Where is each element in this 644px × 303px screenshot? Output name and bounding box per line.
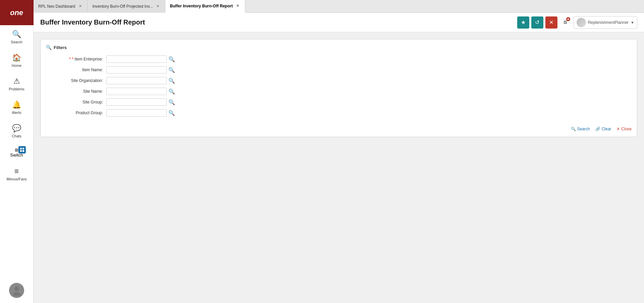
notification-dot	[566, 17, 570, 21]
logo-text: one	[10, 8, 23, 17]
site-group-search-btn[interactable]: 🔍	[168, 98, 175, 106]
product-group-search-btn[interactable]: 🔍	[168, 109, 175, 117]
clear-button[interactable]: 🔗 Clear	[595, 127, 611, 131]
filter-label-site-name: Site Name:	[46, 89, 106, 94]
user-name-label: ReplenishmentPlanner	[588, 20, 629, 25]
user-avatar[interactable]	[9, 283, 24, 298]
user-dropdown[interactable]: ReplenishmentPlanner ▼	[574, 16, 637, 29]
svg-rect-1	[22, 148, 24, 149]
site-name-search-btn[interactable]: 🔍	[168, 88, 175, 95]
sidebar-item-chats[interactable]: 💬 Chats	[0, 119, 33, 143]
close-page-button[interactable]: ✕	[545, 16, 557, 29]
filter-search-icon: 🔍	[46, 45, 52, 50]
sidebar: one 🔍 Search 🏠 Home ⚠ Problems 🔔 Alerts …	[0, 0, 34, 303]
svg-rect-0	[20, 148, 22, 149]
svg-point-5	[13, 292, 20, 296]
item-enterprise-search-btn[interactable]: 🔍	[168, 55, 175, 63]
menu-icon: ≡	[14, 167, 19, 176]
sidebar-item-search-label: Search	[11, 40, 22, 44]
star-icon: ★	[521, 19, 526, 26]
header-actions: ★ ↺ ✕ ≡ ReplenishmentPlanner ▼	[517, 16, 637, 29]
clear-link-label: Clear	[602, 127, 611, 131]
sidebar-item-home-label: Home	[12, 63, 21, 68]
tab-buffer-burnoff[interactable]: Buffer Inventory Burn-Off Report ✕	[165, 0, 245, 13]
sidebar-item-menusfavs[interactable]: ≡ Menus/Favs	[0, 162, 33, 186]
close-button[interactable]: ✕ Close	[616, 127, 632, 131]
filter-label-product-group: Product Group:	[46, 111, 106, 115]
filter-row-site-organization: Site Organization: 🔍	[46, 77, 632, 84]
tab-inventory-close[interactable]: ✕	[156, 4, 160, 9]
tab-buffer-close[interactable]: ✕	[235, 4, 240, 8]
star-notif-icon	[567, 18, 570, 20]
sidebar-item-switch[interactable]: ⊞ Switch	[0, 143, 33, 162]
filter-row-item-enterprise: * Item Enterprise: 🔍	[46, 55, 632, 63]
sidebar-item-search[interactable]: 🔍 Search	[0, 25, 33, 49]
favorite-button[interactable]: ★	[517, 16, 529, 29]
filter-row-site-group: Site Group: 🔍	[46, 98, 632, 106]
switch-badge	[18, 146, 26, 154]
filter-input-wrap-item-enterprise: 🔍	[106, 55, 175, 63]
item-enterprise-input[interactable]	[106, 55, 167, 63]
item-name-search-btn[interactable]: 🔍	[168, 66, 175, 74]
main-content: RPL Neo Dashboard ✕ Inventory Burn-Off P…	[34, 0, 644, 303]
filters-title: Filters	[54, 45, 67, 50]
sidebar-item-problems-label: Problems	[9, 87, 24, 91]
tab-rpl-label: RPL Neo Dashboard	[38, 4, 75, 9]
item-name-input[interactable]	[106, 66, 167, 74]
notifications-button[interactable]: ≡	[559, 16, 572, 29]
filters-footer: 🔍 Search 🔗 Clear ✕ Close	[46, 123, 632, 131]
filter-input-wrap-site-name: 🔍	[106, 88, 175, 95]
tab-rpl-neo-dashboard[interactable]: RPL Neo Dashboard ✕	[34, 0, 88, 13]
switch-icon: ⊞	[15, 147, 18, 153]
search-link-label: Search	[577, 127, 590, 131]
sidebar-item-chats-label: Chats	[12, 134, 21, 138]
product-group-input[interactable]	[106, 109, 167, 117]
refresh-button[interactable]: ↺	[531, 16, 543, 29]
app-logo[interactable]: one	[0, 0, 34, 25]
filter-input-wrap-item-name: 🔍	[106, 66, 175, 74]
tab-buffer-label: Buffer Inventory Burn-Off Report	[170, 4, 233, 8]
tab-inventory-label: Inventory Burn-Off Projected Inv...	[92, 4, 153, 9]
close-link-label: Close	[621, 127, 632, 131]
search-icon: 🔍	[12, 30, 21, 39]
filters-header: 🔍 Filters	[46, 45, 632, 50]
sidebar-item-menusfavs-label: Menus/Favs	[7, 177, 27, 181]
svg-point-4	[14, 287, 19, 291]
home-icon: 🏠	[12, 53, 21, 62]
filters-panel: 🔍 Filters * Item Enterprise: 🔍 Item Name…	[40, 39, 637, 137]
user-avatar-small	[577, 18, 586, 27]
close-link-icon: ✕	[616, 127, 620, 131]
filter-label-item-name: Item Name:	[46, 68, 106, 72]
chat-icon: 💬	[12, 124, 21, 133]
search-button[interactable]: 🔍 Search	[571, 127, 590, 131]
svg-rect-2	[20, 150, 22, 152]
site-group-input[interactable]	[106, 98, 167, 106]
filter-row-product-group: Product Group: 🔍	[46, 109, 632, 117]
site-name-input[interactable]	[106, 88, 167, 95]
filter-label-site-organization: Site Organization:	[46, 78, 106, 83]
tab-inventory-burnoff[interactable]: Inventory Burn-Off Projected Inv... ✕	[88, 0, 165, 13]
avatar-icon	[12, 286, 22, 296]
sidebar-item-alerts-label: Alerts	[12, 111, 21, 115]
site-organization-input[interactable]	[106, 77, 167, 84]
svg-marker-6	[567, 18, 569, 20]
svg-rect-3	[22, 150, 24, 152]
refresh-icon: ↺	[535, 19, 539, 26]
dropdown-arrow-icon: ▼	[631, 20, 634, 25]
search-link-icon: 🔍	[571, 127, 576, 131]
site-organization-search-btn[interactable]: 🔍	[168, 77, 175, 84]
switch-badge-icon	[20, 147, 24, 152]
filter-input-wrap-site-organization: 🔍	[106, 77, 175, 84]
tab-rpl-close[interactable]: ✕	[78, 4, 83, 9]
bell-icon: 🔔	[12, 100, 21, 109]
page-header: Buffer Inventory Burn-Off Report ★ ↺ ✕ ≡	[34, 13, 644, 32]
warning-icon: ⚠	[13, 77, 20, 86]
filter-input-wrap-site-group: 🔍	[106, 98, 175, 106]
sidebar-item-alerts[interactable]: 🔔 Alerts	[0, 96, 33, 119]
clear-link-icon: 🔗	[595, 127, 600, 131]
close-icon: ✕	[549, 19, 553, 26]
sidebar-item-problems[interactable]: ⚠ Problems	[0, 72, 33, 96]
filter-input-wrap-product-group: 🔍	[106, 109, 175, 117]
sidebar-item-home[interactable]: 🏠 Home	[0, 49, 33, 72]
filter-row-site-name: Site Name: 🔍	[46, 88, 632, 95]
